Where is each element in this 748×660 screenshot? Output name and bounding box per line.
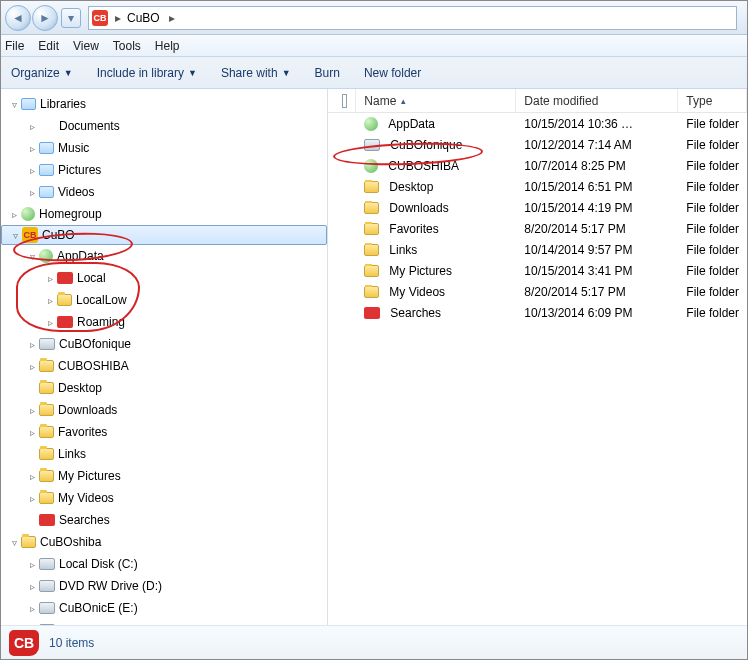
file-date: 10/15/2014 6:51 PM xyxy=(516,180,678,194)
file-row[interactable]: AppData10/15/2014 10:36 …File folder xyxy=(328,113,747,134)
breadcrumb-item[interactable]: CuBO xyxy=(124,11,166,25)
file-row[interactable]: Searches10/13/2014 6:09 PMFile folder xyxy=(328,302,747,323)
column-name[interactable]: Name▴ xyxy=(356,89,516,112)
tree-label: Roaming xyxy=(77,315,125,329)
expand-icon[interactable]: ▹ xyxy=(25,165,39,176)
share-with-button[interactable]: Share with▼ xyxy=(221,66,291,80)
file-row[interactable]: CUBOSHIBA10/7/2014 8:25 PMFile folder xyxy=(328,155,747,176)
tree-item[interactable]: ▿CuBOshiba xyxy=(1,531,327,553)
tree-item[interactable]: ▹Documents xyxy=(1,115,327,137)
file-type: File folder xyxy=(678,243,747,257)
tree-item[interactable]: ▹System Reserved (R:) xyxy=(1,619,327,625)
file-name: My Pictures xyxy=(389,264,452,278)
file-row[interactable]: CuBOfonique10/12/2014 7:14 AMFile folder xyxy=(328,134,747,155)
burn-button[interactable]: Burn xyxy=(315,66,340,80)
organize-button[interactable]: Organize▼ xyxy=(11,66,73,80)
sort-asc-icon: ▴ xyxy=(401,96,406,106)
address-bar[interactable]: CB ▸ CuBO ▸ xyxy=(88,6,737,30)
file-date: 10/15/2014 3:41 PM xyxy=(516,264,678,278)
tree-item[interactable]: ▹Pictures xyxy=(1,159,327,181)
navigation-pane[interactable]: ▿Libraries▹Documents▹Music▹Pictures▹Vide… xyxy=(1,89,328,625)
expand-icon[interactable]: ▿ xyxy=(7,537,21,548)
new-folder-button[interactable]: New folder xyxy=(364,66,421,80)
folder-icon xyxy=(364,202,379,214)
tree-item[interactable]: ▹Local xyxy=(1,267,327,289)
file-row[interactable]: Links10/14/2014 9:57 PMFile folder xyxy=(328,239,747,260)
menu-help[interactable]: Help xyxy=(155,39,180,53)
file-row[interactable]: Favorites8/20/2014 5:17 PMFile folder xyxy=(328,218,747,239)
expand-icon[interactable]: ▹ xyxy=(25,339,39,350)
tree-item[interactable]: ▹My Pictures xyxy=(1,465,327,487)
file-row[interactable]: My Videos8/20/2014 5:17 PMFile folder xyxy=(328,281,747,302)
history-dropdown[interactable]: ▾ xyxy=(61,8,81,28)
expand-icon[interactable]: ▹ xyxy=(43,317,57,328)
expand-icon[interactable]: ▹ xyxy=(43,273,57,284)
expand-icon[interactable]: ▿ xyxy=(25,251,39,262)
expand-icon[interactable]: ▹ xyxy=(25,625,39,626)
folder-icon xyxy=(39,426,54,438)
file-type: File folder xyxy=(678,264,747,278)
tree-item[interactable]: ▹Homegroup xyxy=(1,203,327,225)
red-icon xyxy=(57,272,73,284)
expand-icon[interactable]: ▿ xyxy=(7,99,21,110)
expand-icon[interactable]: ▹ xyxy=(25,187,39,198)
tree-item[interactable]: ▹Local Disk (C:) xyxy=(1,553,327,575)
tree-item[interactable]: ▿Libraries xyxy=(1,93,327,115)
expand-icon[interactable]: ▹ xyxy=(25,471,39,482)
expand-icon[interactable]: ▹ xyxy=(25,361,39,372)
file-row[interactable]: Desktop10/15/2014 6:51 PMFile folder xyxy=(328,176,747,197)
expand-icon[interactable]: ▿ xyxy=(8,230,22,241)
tree-label: LocalLow xyxy=(76,293,127,307)
folder-icon xyxy=(21,536,36,548)
breadcrumb-arrow-icon[interactable]: ▸ xyxy=(166,11,178,25)
tree-item[interactable]: Desktop xyxy=(1,377,327,399)
expand-icon[interactable]: ▹ xyxy=(7,209,21,220)
expand-icon[interactable]: ▹ xyxy=(25,143,39,154)
expand-icon[interactable]: ▹ xyxy=(25,559,39,570)
tree-item[interactable]: Searches xyxy=(1,509,327,531)
tree-label: CuBO xyxy=(42,228,75,242)
file-type: File folder xyxy=(678,117,747,131)
column-type[interactable]: Type xyxy=(678,89,747,112)
tree-label: My Videos xyxy=(58,491,114,505)
app-logo-icon: CB xyxy=(9,630,39,656)
tree-item[interactable]: ▹My Videos xyxy=(1,487,327,509)
expand-icon[interactable]: ▹ xyxy=(25,603,39,614)
folder-icon xyxy=(364,244,379,256)
include-in-library-button[interactable]: Include in library▼ xyxy=(97,66,197,80)
menu-edit[interactable]: Edit xyxy=(38,39,59,53)
tree-item[interactable]: ▿AppData xyxy=(1,245,327,267)
file-row[interactable]: My Pictures10/15/2014 3:41 PMFile folder xyxy=(328,260,747,281)
column-date[interactable]: Date modified xyxy=(516,89,678,112)
expand-icon[interactable]: ▹ xyxy=(25,493,39,504)
expand-icon[interactable]: ▹ xyxy=(25,121,39,132)
tree-label: Desktop xyxy=(58,381,102,395)
expand-icon[interactable]: ▹ xyxy=(25,405,39,416)
expand-icon[interactable]: ▹ xyxy=(25,581,39,592)
tree-item[interactable]: ▹LocalLow xyxy=(1,289,327,311)
drive-icon xyxy=(39,624,55,625)
tree-item[interactable]: ▿CBCuBO xyxy=(1,225,327,245)
menu-view[interactable]: View xyxy=(73,39,99,53)
menu-tools[interactable]: Tools xyxy=(113,39,141,53)
back-button[interactable]: ◄ xyxy=(5,5,31,31)
tree-item[interactable]: ▹Videos xyxy=(1,181,327,203)
expand-icon[interactable]: ▹ xyxy=(25,427,39,438)
file-date: 10/7/2014 8:25 PM xyxy=(516,159,678,173)
tree-item[interactable]: ▹CUBOSHIBA xyxy=(1,355,327,377)
menu-file[interactable]: File xyxy=(5,39,24,53)
file-row[interactable]: Downloads10/15/2014 4:19 PMFile folder xyxy=(328,197,747,218)
tree-item[interactable]: ▹DVD RW Drive (D:) xyxy=(1,575,327,597)
tree-item[interactable]: ▹Roaming xyxy=(1,311,327,333)
forward-button[interactable]: ► xyxy=(32,5,58,31)
tree-item[interactable]: Links xyxy=(1,443,327,465)
tree-item[interactable]: ▹Downloads xyxy=(1,399,327,421)
tree-item[interactable]: ▹Music xyxy=(1,137,327,159)
expand-icon[interactable]: ▹ xyxy=(43,295,57,306)
tree-item[interactable]: ▹Favorites xyxy=(1,421,327,443)
breadcrumb-arrow-icon[interactable]: ▸ xyxy=(112,11,124,25)
tree-item[interactable]: ▹CuBOfonique xyxy=(1,333,327,355)
tree-item[interactable]: ▹CuBOnicE (E:) xyxy=(1,597,327,619)
select-all-checkbox[interactable] xyxy=(342,94,347,108)
tree-label: Favorites xyxy=(58,425,107,439)
